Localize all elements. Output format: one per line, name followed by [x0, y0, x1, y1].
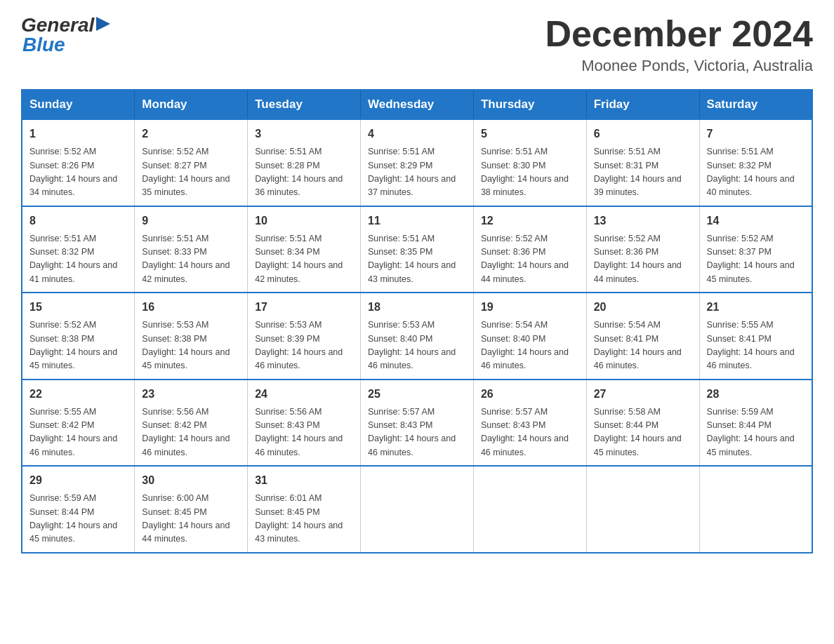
- calendar-week-row: 29 Sunrise: 5:59 AMSunset: 8:44 PMDaylig…: [22, 466, 812, 553]
- calendar-cell: 26 Sunrise: 5:57 AMSunset: 8:43 PMDaylig…: [473, 380, 586, 467]
- day-info: Sunrise: 5:53 AMSunset: 8:40 PMDaylight:…: [368, 318, 466, 373]
- calendar-cell: [361, 466, 474, 553]
- day-info: Sunrise: 5:59 AMSunset: 8:44 PMDaylight:…: [707, 405, 805, 460]
- day-info: Sunrise: 5:52 AMSunset: 8:37 PMDaylight:…: [707, 232, 805, 287]
- day-info: Sunrise: 5:54 AMSunset: 8:41 PMDaylight:…: [594, 318, 692, 373]
- day-number: 1: [29, 126, 127, 142]
- day-number: 25: [368, 386, 466, 403]
- svg-marker-0: [96, 17, 110, 31]
- day-info: Sunrise: 5:51 AMSunset: 8:32 PMDaylight:…: [707, 145, 805, 200]
- day-number: 18: [368, 299, 466, 316]
- day-number: 20: [594, 299, 692, 316]
- day-info: Sunrise: 5:51 AMSunset: 8:33 PMDaylight:…: [142, 232, 240, 287]
- day-info: Sunrise: 5:51 AMSunset: 8:29 PMDaylight:…: [368, 145, 466, 200]
- day-number: 12: [481, 213, 579, 229]
- calendar-cell: 10 Sunrise: 5:51 AMSunset: 8:34 PMDaylig…: [248, 206, 361, 293]
- weekday-header-sunday: Sunday: [22, 90, 135, 119]
- weekday-header-saturday: Saturday: [699, 90, 812, 119]
- day-number: 7: [707, 126, 805, 142]
- calendar-cell: 13 Sunrise: 5:52 AMSunset: 8:36 PMDaylig…: [586, 206, 699, 293]
- day-info: Sunrise: 5:55 AMSunset: 8:41 PMDaylight:…: [707, 318, 805, 373]
- calendar-cell: 6 Sunrise: 5:51 AMSunset: 8:31 PMDayligh…: [586, 119, 699, 206]
- weekday-header-tuesday: Tuesday: [248, 90, 361, 119]
- weekday-header-monday: Monday: [135, 90, 248, 119]
- calendar-cell: 2 Sunrise: 5:52 AMSunset: 8:27 PMDayligh…: [135, 119, 248, 206]
- calendar-cell: 11 Sunrise: 5:51 AMSunset: 8:35 PMDaylig…: [361, 206, 474, 293]
- calendar-cell: 15 Sunrise: 5:52 AMSunset: 8:38 PMDaylig…: [22, 293, 135, 380]
- day-info: Sunrise: 5:52 AMSunset: 8:36 PMDaylight:…: [594, 232, 692, 287]
- calendar-cell: [586, 466, 699, 553]
- calendar-cell: 1 Sunrise: 5:52 AMSunset: 8:26 PMDayligh…: [22, 119, 135, 206]
- day-info: Sunrise: 5:52 AMSunset: 8:27 PMDaylight:…: [142, 145, 240, 200]
- day-info: Sunrise: 5:57 AMSunset: 8:43 PMDaylight:…: [368, 405, 466, 460]
- day-info: Sunrise: 5:53 AMSunset: 8:39 PMDaylight:…: [255, 318, 353, 373]
- calendar-cell: [699, 466, 812, 553]
- day-info: Sunrise: 5:56 AMSunset: 8:42 PMDaylight:…: [142, 405, 240, 460]
- calendar-cell: [473, 466, 586, 553]
- day-info: Sunrise: 5:53 AMSunset: 8:38 PMDaylight:…: [142, 318, 240, 373]
- day-info: Sunrise: 6:00 AMSunset: 8:45 PMDaylight:…: [142, 492, 240, 546]
- weekday-header-thursday: Thursday: [473, 90, 586, 119]
- calendar-cell: 4 Sunrise: 5:51 AMSunset: 8:29 PMDayligh…: [361, 119, 474, 206]
- calendar-cell: 3 Sunrise: 5:51 AMSunset: 8:28 PMDayligh…: [248, 119, 361, 206]
- day-number: 5: [481, 126, 579, 142]
- day-info: Sunrise: 5:51 AMSunset: 8:28 PMDaylight:…: [255, 145, 353, 200]
- calendar-week-row: 22 Sunrise: 5:55 AMSunset: 8:42 PMDaylig…: [22, 380, 812, 467]
- calendar-table: SundayMondayTuesdayWednesdayThursdayFrid…: [21, 89, 813, 554]
- day-number: 26: [481, 386, 579, 403]
- day-number: 8: [29, 213, 127, 229]
- calendar-cell: 14 Sunrise: 5:52 AMSunset: 8:37 PMDaylig…: [699, 206, 812, 293]
- day-number: 11: [368, 213, 466, 229]
- calendar-cell: 12 Sunrise: 5:52 AMSunset: 8:36 PMDaylig…: [473, 206, 586, 293]
- title-area: December 2024 Moonee Ponds, Victoria, Au…: [545, 14, 813, 75]
- calendar-week-row: 1 Sunrise: 5:52 AMSunset: 8:26 PMDayligh…: [22, 119, 812, 206]
- calendar-cell: 24 Sunrise: 5:56 AMSunset: 8:43 PMDaylig…: [248, 380, 361, 467]
- calendar-week-row: 8 Sunrise: 5:51 AMSunset: 8:32 PMDayligh…: [22, 206, 812, 293]
- day-number: 29: [29, 472, 127, 489]
- day-info: Sunrise: 5:59 AMSunset: 8:44 PMDaylight:…: [29, 492, 127, 546]
- day-info: Sunrise: 5:56 AMSunset: 8:43 PMDaylight:…: [255, 405, 353, 460]
- calendar-cell: 31 Sunrise: 6:01 AMSunset: 8:45 PMDaylig…: [248, 466, 361, 553]
- calendar-cell: 23 Sunrise: 5:56 AMSunset: 8:42 PMDaylig…: [135, 380, 248, 467]
- day-info: Sunrise: 5:51 AMSunset: 8:30 PMDaylight:…: [481, 145, 579, 200]
- day-number: 10: [255, 213, 353, 229]
- day-info: Sunrise: 5:58 AMSunset: 8:44 PMDaylight:…: [594, 405, 692, 460]
- day-number: 28: [707, 386, 805, 403]
- calendar-cell: 7 Sunrise: 5:51 AMSunset: 8:32 PMDayligh…: [699, 119, 812, 206]
- day-number: 27: [594, 386, 692, 403]
- calendar-cell: 27 Sunrise: 5:58 AMSunset: 8:44 PMDaylig…: [586, 380, 699, 467]
- day-number: 30: [142, 472, 240, 489]
- calendar-cell: 17 Sunrise: 5:53 AMSunset: 8:39 PMDaylig…: [248, 293, 361, 380]
- weekday-header-wednesday: Wednesday: [361, 90, 474, 119]
- calendar-cell: 22 Sunrise: 5:55 AMSunset: 8:42 PMDaylig…: [22, 380, 135, 467]
- day-info: Sunrise: 5:51 AMSunset: 8:35 PMDaylight:…: [368, 232, 466, 287]
- day-info: Sunrise: 6:01 AMSunset: 8:45 PMDaylight:…: [255, 492, 353, 546]
- calendar-cell: 21 Sunrise: 5:55 AMSunset: 8:41 PMDaylig…: [699, 293, 812, 380]
- page-header: General Blue December 2024 Moonee Ponds,…: [21, 14, 813, 75]
- calendar-cell: 28 Sunrise: 5:59 AMSunset: 8:44 PMDaylig…: [699, 380, 812, 467]
- day-number: 19: [481, 299, 579, 316]
- day-number: 15: [29, 299, 127, 316]
- day-number: 23: [142, 386, 240, 403]
- day-number: 21: [707, 299, 805, 316]
- day-number: 31: [255, 472, 353, 489]
- day-number: 24: [255, 386, 353, 403]
- day-number: 14: [707, 213, 805, 229]
- day-info: Sunrise: 5:52 AMSunset: 8:26 PMDaylight:…: [29, 145, 127, 200]
- day-number: 13: [594, 213, 692, 229]
- day-info: Sunrise: 5:52 AMSunset: 8:38 PMDaylight:…: [29, 318, 127, 373]
- logo-arrow-icon: [96, 14, 110, 34]
- day-number: 9: [142, 213, 240, 229]
- day-info: Sunrise: 5:51 AMSunset: 8:34 PMDaylight:…: [255, 232, 353, 287]
- calendar-cell: 30 Sunrise: 6:00 AMSunset: 8:45 PMDaylig…: [135, 466, 248, 553]
- logo: General Blue: [21, 14, 110, 56]
- day-number: 2: [142, 126, 240, 142]
- calendar-cell: 16 Sunrise: 5:53 AMSunset: 8:38 PMDaylig…: [135, 293, 248, 380]
- page-subtitle: Moonee Ponds, Victoria, Australia: [545, 57, 813, 75]
- day-number: 4: [368, 126, 466, 142]
- calendar-cell: 25 Sunrise: 5:57 AMSunset: 8:43 PMDaylig…: [361, 380, 474, 467]
- day-number: 16: [142, 299, 240, 316]
- day-info: Sunrise: 5:51 AMSunset: 8:32 PMDaylight:…: [29, 232, 127, 287]
- day-number: 17: [255, 299, 353, 316]
- calendar-cell: 18 Sunrise: 5:53 AMSunset: 8:40 PMDaylig…: [361, 293, 474, 380]
